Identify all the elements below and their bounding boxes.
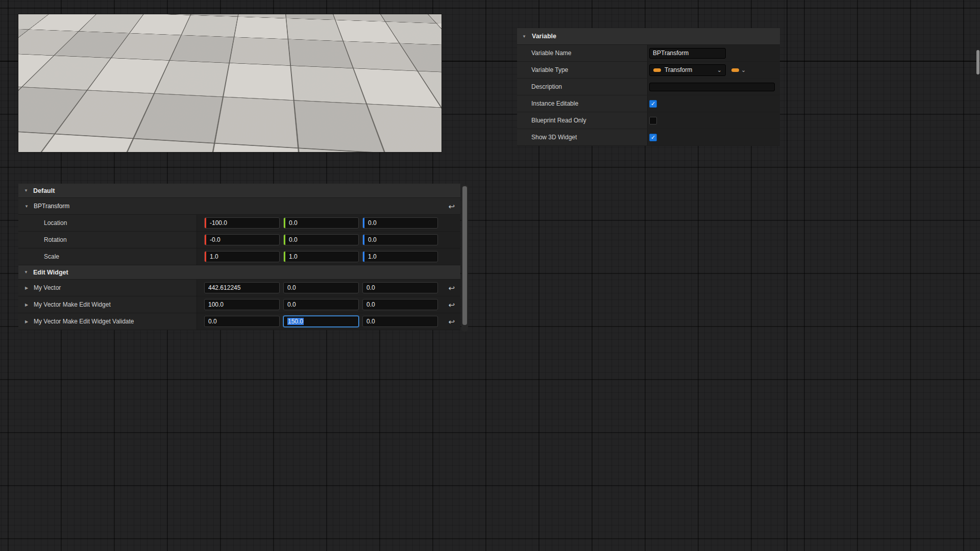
scrollbar-thumb[interactable] — [462, 186, 467, 325]
my-vector-make-edit-widget-x-field[interactable]: 100.0 — [204, 299, 280, 310]
instance-editable-label: Instance Editable — [531, 100, 578, 107]
graph-scrollbar-thumb[interactable] — [976, 50, 979, 74]
description-row: Description — [517, 79, 780, 95]
blueprint-editor-canvas[interactable]: { "colors": { "axis_x": "#e8402e", "axis… — [0, 0, 980, 551]
expander-icon: ▼ — [522, 34, 527, 39]
location-x-field[interactable]: -100.0 — [204, 217, 280, 229]
expander-icon[interactable]: ▶ — [24, 319, 29, 324]
my-vector-make-edit-widget-row: ▶ My Vector Make Edit Widget 100.0 0.0 0… — [18, 296, 460, 313]
my-vector-make-edit-widget-validate-z-field[interactable]: 0.0 — [362, 316, 438, 327]
rotation-row: Rotation -0.0 0.0 0.0 — [18, 232, 460, 248]
variable-section-title: Variable — [532, 33, 556, 40]
my-vector-label: My Vector — [34, 284, 61, 291]
my-vector-z-field[interactable]: 0.0 — [362, 282, 438, 293]
bptransform-struct-row[interactable]: ▼ BPTransform ↩ — [18, 198, 460, 215]
my-vector-y-field[interactable]: 0.0 — [283, 282, 359, 293]
variable-type-dropdown[interactable]: Transform ⌄ — [649, 64, 726, 76]
scale-z-field[interactable]: 1.0 — [362, 251, 438, 262]
scale-row: Scale 1.0 1.0 1.0 — [18, 248, 460, 265]
scale-y-field[interactable]: 1.0 — [283, 251, 359, 262]
variable-type-value: Transform — [665, 66, 714, 73]
revert-to-default-button[interactable]: ↩ — [448, 318, 455, 325]
transform-type-pill-icon — [653, 68, 661, 72]
instance-editable-checkbox[interactable]: ✓ — [649, 100, 657, 108]
location-row: Location -100.0 0.0 0.0 — [18, 215, 460, 232]
variable-details-panel: ▼ Variable Variable Name Variable Type T… — [517, 28, 780, 146]
my-vector-make-edit-widget-validate-row: ▶ My Vector Make Edit Widget Validate 0.… — [18, 313, 460, 330]
variable-type-label: Variable Type — [531, 66, 568, 73]
scale-x-field[interactable]: 1.0 — [204, 251, 280, 262]
show-3d-widget-checkbox[interactable]: ✓ — [649, 134, 657, 141]
variable-name-label: Variable Name — [531, 49, 571, 57]
expander-icon: ▼ — [23, 270, 29, 274]
edit-widget-section-title: Edit Widget — [33, 269, 68, 276]
rotation-x-field[interactable]: -0.0 — [204, 234, 280, 245]
container-type-pill-icon — [731, 68, 739, 72]
section-header-edit-widget[interactable]: ▼ Edit Widget — [18, 265, 460, 280]
show-3d-widget-row: Show 3D Widget ✓ — [517, 129, 780, 146]
viewport-preview[interactable]: BPTransform MyVector_MakeEditWidget Exce… — [18, 14, 442, 152]
scale-label: Scale — [44, 253, 59, 260]
rotation-z-field[interactable]: 0.0 — [362, 234, 438, 245]
default-section-title: Default — [33, 187, 55, 194]
variable-section-header[interactable]: ▼ Variable — [517, 28, 780, 45]
blueprint-read-only-label: Blueprint Read Only — [531, 117, 586, 124]
graph-origin-line-vertical — [787, 0, 788, 551]
rotation-y-field[interactable]: 0.0 — [283, 234, 359, 245]
my-vector-make-edit-widget-validate-y-field[interactable]: 150.0 — [283, 316, 359, 327]
variable-type-row: Variable Type Transform ⌄ ⌄ — [517, 62, 780, 79]
location-label: Location — [44, 219, 67, 227]
blueprint-read-only-checkbox[interactable]: ✓ — [649, 117, 657, 124]
defaults-details-panel: ▼ Default ▼ BPTransform ↩ Location -100.… — [18, 184, 460, 330]
variable-name-row: Variable Name — [517, 45, 780, 62]
my-vector-make-edit-widget-z-field[interactable]: 0.0 — [362, 299, 438, 310]
revert-to-default-button[interactable]: ↩ — [448, 284, 455, 292]
rotation-label: Rotation — [44, 236, 67, 243]
section-header-default[interactable]: ▼ Default — [18, 184, 460, 198]
revert-to-default-button[interactable]: ↩ — [448, 301, 455, 309]
chevron-down-icon: ⌄ — [717, 67, 722, 73]
my-vector-row: ▶ My Vector 442.612245 0.0 0.0 ↩ — [18, 280, 460, 296]
details-panel-scrollbar[interactable] — [461, 185, 468, 332]
revert-to-default-button[interactable]: ↩ — [448, 203, 455, 210]
bptransform-property-label: BPTransform — [34, 203, 69, 210]
my-vector-make-edit-widget-label: My Vector Make Edit Widget — [34, 301, 111, 308]
my-vector-x-field[interactable]: 442.612245 — [204, 282, 280, 293]
expander-icon[interactable]: ▶ — [24, 303, 29, 307]
check-icon: ✓ — [651, 135, 655, 140]
description-input[interactable] — [649, 83, 775, 91]
instance-editable-row: Instance Editable ✓ — [517, 95, 780, 112]
container-type-dropdown[interactable]: ⌄ — [731, 67, 746, 73]
my-vector-make-edit-widget-y-field[interactable]: 0.0 — [283, 299, 359, 310]
variable-name-input[interactable] — [649, 48, 726, 59]
expander-icon[interactable]: ▶ — [24, 286, 29, 290]
blueprint-read-only-row: Blueprint Read Only ✓ — [517, 112, 780, 129]
location-y-field[interactable]: 0.0 — [283, 217, 359, 229]
check-icon: ✓ — [651, 101, 655, 107]
expander-icon: ▼ — [23, 188, 29, 193]
my-vector-make-edit-widget-validate-label: My Vector Make Edit Widget Validate — [34, 318, 134, 325]
location-z-field[interactable]: 0.0 — [362, 217, 438, 229]
description-label: Description — [531, 83, 562, 90]
chevron-down-icon: ⌄ — [741, 67, 746, 73]
show-3d-widget-label: Show 3D Widget — [531, 134, 577, 141]
my-vector-make-edit-widget-validate-x-field[interactable]: 0.0 — [204, 316, 280, 327]
expander-icon: ▼ — [24, 204, 29, 209]
